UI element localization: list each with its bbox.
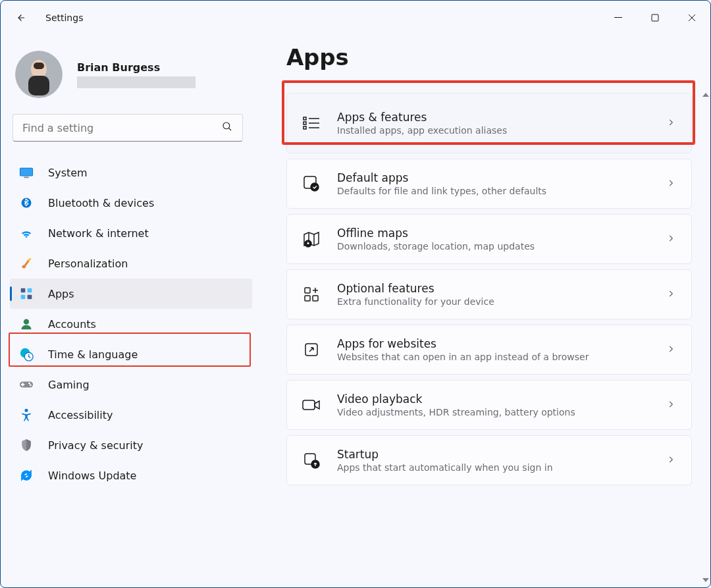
svg-rect-15: [28, 295, 32, 300]
svg-point-21: [30, 385, 32, 387]
avatar: [15, 51, 63, 98]
sidebar-item-privacy[interactable]: Privacy & security: [10, 430, 252, 460]
sidebar-item-label: Personalization: [48, 257, 128, 270]
profile-block[interactable]: Brian Burgess: [10, 48, 252, 114]
svg-point-20: [28, 383, 30, 385]
sidebar-item-personalization[interactable]: Personalization: [10, 248, 252, 279]
wifi-icon: [19, 226, 34, 240]
card-subtitle: Extra functionality for your device: [337, 296, 666, 307]
sidebar-item-apps[interactable]: Apps: [10, 279, 252, 309]
sidebar: Brian Burgess System Bluetooth & devi: [1, 35, 261, 587]
card-subtitle: Downloads, storage location, map updates: [337, 241, 666, 252]
chevron-right-icon: [666, 288, 678, 301]
profile-name: Brian Burgess: [77, 61, 196, 74]
svg-rect-26: [303, 122, 306, 124]
svg-rect-5: [34, 63, 44, 69]
card-title: Apps for websites: [337, 337, 666, 350]
main-pane: Apps Apps & features Installed apps, app…: [261, 35, 710, 587]
monitor-icon: [19, 165, 34, 180]
search-box[interactable]: [13, 114, 243, 142]
card-title: Default apps: [337, 171, 666, 184]
card-default-apps[interactable]: Default apps Defaults for file and link …: [286, 159, 692, 209]
svg-rect-36: [313, 296, 318, 301]
default-app-icon: [300, 173, 323, 195]
vertical-scrollbar[interactable]: [704, 93, 708, 582]
sidebar-item-label: Time & language: [48, 348, 138, 361]
svg-rect-14: [21, 295, 26, 300]
svg-rect-27: [303, 126, 306, 129]
svg-rect-25: [303, 117, 306, 120]
svg-rect-38: [303, 400, 315, 410]
svg-rect-12: [21, 288, 26, 293]
back-button[interactable]: [13, 10, 28, 26]
card-subtitle: Installed apps, app execution aliases: [337, 125, 666, 136]
sidebar-item-label: Accounts: [48, 318, 96, 331]
svg-rect-4: [28, 76, 49, 95]
startup-icon: [300, 449, 323, 471]
svg-rect-1: [652, 14, 658, 21]
sidebar-item-label: Privacy & security: [48, 439, 143, 452]
search-input[interactable]: [22, 122, 221, 134]
card-startup[interactable]: Startup Apps that start automatically wh…: [286, 435, 692, 485]
card-subtitle: Apps that start automatically when you s…: [337, 462, 666, 473]
chevron-right-icon: [666, 399, 678, 412]
card-apps-features[interactable]: Apps & features Installed apps, app exec…: [286, 93, 692, 153]
svg-point-32: [311, 183, 319, 191]
search-icon: [221, 120, 233, 135]
sidebar-item-label: System: [48, 167, 88, 179]
apps-grid-icon: [19, 286, 34, 301]
update-icon: [19, 468, 34, 483]
add-feature-icon: [300, 283, 323, 306]
card-offline-maps[interactable]: Offline maps Downloads, storage location…: [286, 214, 692, 264]
profile-email-redacted: [77, 76, 196, 88]
svg-rect-35: [305, 296, 310, 301]
sidebar-item-accounts[interactable]: Accounts: [10, 309, 252, 339]
card-title: Offline maps: [337, 227, 666, 240]
card-video-playback[interactable]: Video playback Video adjustments, HDR st…: [286, 380, 692, 430]
app-title: Settings: [45, 13, 83, 23]
card-optional-features[interactable]: Optional features Extra functionality fo…: [286, 269, 692, 319]
svg-rect-23: [21, 384, 25, 385]
card-apps-for-websites[interactable]: Apps for websites Websites that can open…: [286, 325, 692, 375]
sidebar-item-label: Gaming: [48, 379, 90, 391]
card-title: Optional features: [337, 282, 666, 295]
person-icon: [19, 317, 34, 331]
svg-point-16: [24, 319, 29, 325]
svg-point-6: [223, 122, 230, 129]
shield-icon: [19, 438, 34, 452]
map-icon: [300, 228, 323, 250]
sidebar-item-label: Windows Update: [48, 469, 136, 482]
sidebar-item-update[interactable]: Windows Update: [10, 460, 252, 491]
page-title: Apps: [286, 44, 692, 70]
sidebar-item-label: Apps: [48, 288, 74, 300]
sidebar-item-bluetooth[interactable]: Bluetooth & devices: [10, 188, 252, 218]
scroll-down-arrow[interactable]: [702, 578, 709, 582]
svg-point-24: [25, 409, 28, 412]
sidebar-item-label: Accessibility: [48, 409, 113, 421]
sidebar-item-time-language[interactable]: Time & language: [10, 339, 252, 369]
chevron-right-icon: [666, 117, 678, 130]
open-external-icon: [300, 338, 323, 361]
close-button[interactable]: [673, 1, 710, 35]
clock-globe-icon: [19, 347, 34, 361]
sidebar-item-label: Bluetooth & devices: [48, 197, 154, 209]
scroll-up-arrow[interactable]: [702, 93, 709, 97]
sidebar-item-accessibility[interactable]: Accessibility: [10, 400, 252, 430]
sidebar-item-network[interactable]: Network & internet: [10, 218, 252, 248]
svg-rect-13: [28, 288, 32, 293]
card-subtitle: Websites that can open in an app instead…: [337, 352, 666, 362]
card-subtitle: Video adjustments, HDR streaming, batter…: [337, 407, 666, 417]
svg-rect-9: [24, 176, 28, 178]
nav-list: System Bluetooth & devices Network & int…: [10, 157, 252, 491]
list-icon: [300, 112, 323, 134]
minimize-button[interactable]: [600, 1, 637, 35]
card-subtitle: Defaults for file and link types, other …: [337, 186, 666, 196]
paintbrush-icon: [19, 256, 34, 271]
sidebar-item-system[interactable]: System: [10, 157, 252, 188]
sidebar-item-gaming[interactable]: Gaming: [10, 369, 252, 400]
sidebar-item-label: Network & internet: [48, 227, 149, 240]
video-icon: [300, 394, 323, 416]
card-title: Startup: [337, 448, 666, 461]
maximize-button[interactable]: [637, 1, 673, 35]
accessibility-icon: [19, 408, 34, 422]
